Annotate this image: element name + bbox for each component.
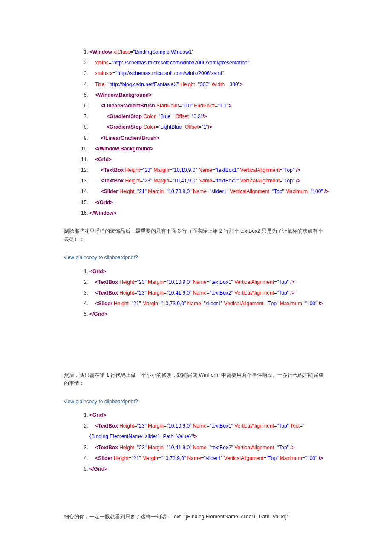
code-line: <TextBox Height="23" Margin="10,41,9,0" … (89, 176, 328, 186)
view-plain-anchor[interactable]: view plaincopy to clipboardprint? (64, 399, 138, 405)
code-line: <TextBox Height="23" Margin="10,10,9,0" … (89, 165, 328, 176)
code-line: </Window.Background> (89, 144, 328, 154)
code-line: xmlns="http://schemas.microsoft.com/winf… (89, 58, 328, 68)
code-line: <TextBox Height="23" Margin="10,41,9,0" … (89, 442, 328, 453)
paragraph-1: 剔除那些花里呼哨的装饰品后，最重要的只有下面 3 行（而实际上第 2 行那个 t… (64, 227, 328, 243)
code-line: <Slider Height="21" Margin="10,73,9,0" N… (89, 298, 328, 309)
spacer (64, 329, 328, 363)
paragraph-3: 细心的你，一定一眼就看到只多了这样一句话：Text="{Binding Elem… (64, 513, 328, 521)
code-block-1: <Window x:Class="BindingSample.Window1" … (64, 47, 328, 219)
code-line: <LinearGradientBrush StartPoint="0,0" En… (89, 101, 328, 111)
code-line: xmlns:x="http://schemas.microsoft.com/wi… (89, 68, 328, 79)
code-line: <GradientStop Color="Blue" Offset="0.3"/… (89, 111, 328, 122)
spacer (64, 483, 328, 504)
code-line: Title="http://blog.csdn.net/FantasiaX" H… (89, 79, 328, 90)
code-line: </Grid> (89, 197, 328, 208)
view-plain-anchor[interactable]: view plaincopy to clipboardprint? (64, 254, 138, 260)
code-block-2: <Grid> <TextBox Height="23" Margin="10,1… (64, 266, 328, 320)
code-line: <GradientStop Color="LightBlue" Offset="… (89, 122, 328, 133)
code-block-3: <Grid> <TextBox Height="23" Margin="10,1… (64, 410, 328, 474)
code-line: </Grid> (89, 309, 328, 320)
code-line: <Grid> (89, 154, 328, 165)
code-line: </Window> (89, 208, 328, 219)
code-line: <Window.Background> (89, 90, 328, 101)
code-line: <Grid> (89, 410, 328, 421)
code-line: </LinearGradientBrush> (89, 133, 328, 144)
code-line: <TextBox Height="23" Margin="10,10,9,0" … (89, 421, 328, 442)
code-line: <Slider Height="21" Margin="10,73,9,0" N… (89, 186, 328, 197)
code-line: <Window x:Class="BindingSample.Window1" (89, 47, 328, 58)
view-plain-link-1: view plaincopy to clipboardprint? (64, 254, 328, 262)
code-line: </Grid> (89, 464, 328, 474)
code-line: <TextBox Height="23" Margin="10,41,9,0" … (89, 288, 328, 298)
view-plain-link-2: view plaincopy to clipboardprint? (64, 398, 328, 406)
code-line: <TextBox Height="23" Margin="10,10,9,0" … (89, 277, 328, 288)
code-line: <Grid> (89, 266, 328, 277)
paragraph-2: 然后，我只需在第 1 行代码上做一个小小的修改，就能完成 WinForm 中需要… (64, 371, 328, 387)
code-line: <Slider Height="21" Margin="10,73,9,0" N… (89, 453, 328, 464)
